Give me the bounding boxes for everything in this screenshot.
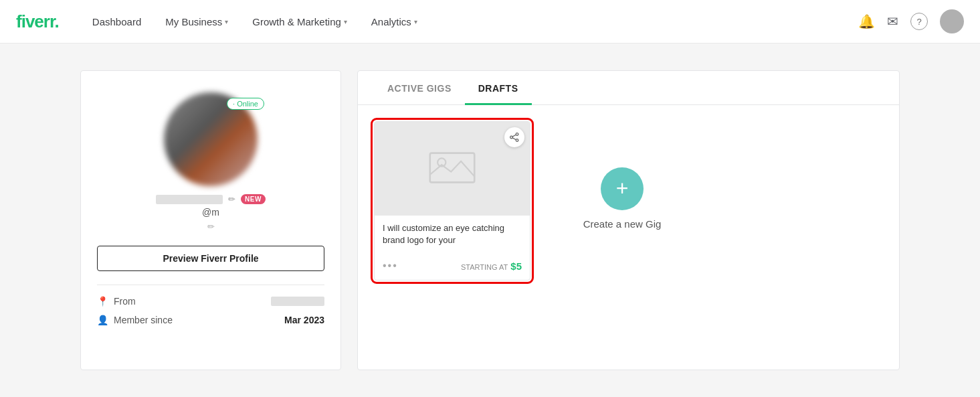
location-icon: 📍 [97,296,108,307]
member-since-row: 👤 Member since Mar 2023 [97,315,324,325]
nav-link-my-business[interactable]: My Business ▾ [153,0,240,44]
create-gig-card[interactable]: + Create a new Gig [544,121,700,275]
create-gig-label: Create a new Gig [583,218,662,230]
gig-footer: ••• STARTING AT$5 [375,260,530,280]
member-since-label: Member since [114,315,173,325]
gig-price-amount: $5 [510,260,522,272]
gig-card-draft: I will customize an eye catching brand l… [374,121,530,281]
tab-active-gigs[interactable]: ACTIVE GIGS [374,71,465,105]
tab-drafts[interactable]: DRAFTS [465,71,532,105]
tabs-bar: ACTIVE GIGS DRAFTS [358,71,899,105]
profile-meta: 📍 From 👤 Member since Mar 2023 [97,296,324,325]
profile-name-row: ✏ NEW [156,194,266,204]
nav-link-analytics[interactable]: Analytics ▾ [359,0,429,44]
profile-name-blurred [156,195,223,204]
help-icon[interactable]: ? [910,13,928,30]
main-content: · Online ✏ NEW @m ✏ Preview Fiverr Profi… [0,44,980,397]
edit-link-icon[interactable]: ✏ [207,222,215,232]
chevron-down-icon: ▾ [414,18,417,25]
svg-point-4 [516,139,518,142]
svg-point-3 [510,136,513,139]
logo-text: fiverr [16,11,55,31]
gig-image-placeholder [429,147,476,190]
starting-at-label: STARTING AT [461,263,508,271]
gig-body: I will customize an eye catching brand l… [375,216,530,260]
gig-share-button[interactable] [504,127,524,147]
nav-link-dashboard[interactable]: Dashboard [80,0,153,44]
preview-profile-button[interactable]: Preview Fiverr Profile [97,246,324,271]
chevron-down-icon: ▾ [344,18,347,25]
user-icon: 👤 [97,315,108,325]
edit-name-icon[interactable]: ✏ [228,194,235,204]
from-value [271,297,324,306]
right-panel: ACTIVE GIGS DRAFTS [357,70,900,370]
bell-icon[interactable]: 🔔 [858,13,875,29]
user-avatar[interactable] [940,9,964,33]
member-since-value: Mar 2023 [284,315,324,325]
gig-image-wrap [375,122,530,216]
profile-username: @m [202,207,219,218]
nav-link-growth-marketing[interactable]: Growth & Marketing ▾ [240,0,359,44]
create-gig-plus-icon: + [601,167,644,210]
chevron-down-icon: ▾ [225,18,228,25]
svg-line-6 [512,138,516,140]
avatar-wrap: · Online [164,92,258,186]
svg-line-5 [512,135,516,137]
logo-dot: . [55,11,59,31]
svg-point-2 [516,133,518,136]
navbar: fiverr. Dashboard My Business ▾ Growth &… [0,0,980,44]
from-row: 📍 From [97,296,324,307]
profile-link-row: ✏ [207,220,215,232]
mail-icon[interactable]: ✉ [887,13,898,29]
svg-rect-0 [430,153,475,183]
gig-price: STARTING AT$5 [461,260,522,272]
online-badge: · Online [227,98,264,110]
nav-links: Dashboard My Business ▾ Growth & Marketi… [80,0,858,44]
gigs-grid: I will customize an eye catching brand l… [358,105,899,297]
fiverr-logo[interactable]: fiverr. [16,11,59,32]
profile-card: · Online ✏ NEW @m ✏ Preview Fiverr Profi… [80,70,341,370]
gig-title: I will customize an eye catching brand l… [383,222,522,246]
nav-right: 🔔 ✉ ? [858,9,964,33]
gig-options-button[interactable]: ••• [383,260,398,272]
new-badge: NEW [241,194,266,204]
profile-divider [97,285,324,285]
from-label: From [114,296,136,307]
